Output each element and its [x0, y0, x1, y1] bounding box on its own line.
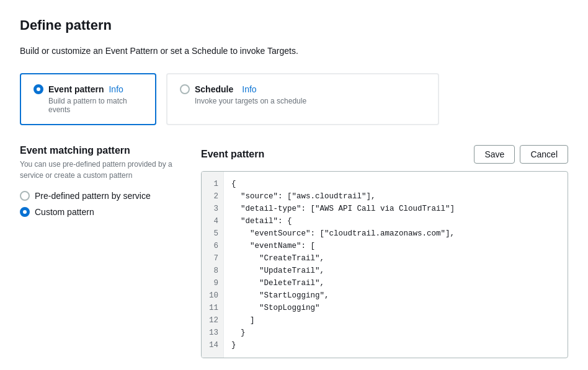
line-num-12: 12	[207, 314, 218, 327]
schedule-radio[interactable]	[180, 84, 190, 94]
event-pattern-option[interactable]: Event pattern Info Build a pattern to ma…	[20, 73, 156, 125]
line-num-5: 5	[207, 227, 218, 240]
line-num-14: 14	[207, 339, 218, 351]
line-num-11: 11	[207, 302, 218, 314]
event-pattern-header: Event pattern Save Cancel	[201, 145, 568, 164]
event-pattern-section-title: Event pattern	[201, 149, 264, 160]
matching-section-title: Event matching pattern	[20, 145, 181, 156]
main-content: Event matching pattern You can use pre-d…	[20, 145, 568, 358]
line-num-3: 3	[207, 203, 218, 215]
schedule-option[interactable]: Schedule Info Invoke your targets on a s…	[166, 73, 439, 125]
line-num-6: 6	[207, 240, 218, 252]
page-description: Build or customize an Event Pattern or s…	[20, 46, 568, 56]
custom-pattern-label: Custom pattern	[35, 207, 94, 217]
schedule-info-link[interactable]: Info	[242, 84, 256, 94]
schedule-label: Schedule	[195, 84, 233, 94]
event-pattern-info-link[interactable]: Info	[109, 84, 123, 94]
line-num-4: 4	[207, 215, 218, 227]
line-num-10: 10	[207, 289, 218, 302]
custom-pattern-option[interactable]: Custom pattern	[20, 207, 181, 217]
event-pattern-label: Event pattern	[48, 84, 104, 94]
code-editor[interactable]: 1 2 3 4 5 6 7 8 9 10 11 12 13 14	[201, 171, 568, 358]
pattern-type-options: Event pattern Info Build a pattern to ma…	[20, 73, 568, 125]
line-num-13: 13	[207, 327, 218, 339]
predefined-pattern-option[interactable]: Pre-defined pattern by service	[20, 191, 181, 201]
predefined-pattern-label: Pre-defined pattern by service	[35, 191, 151, 201]
predefined-pattern-radio[interactable]	[20, 191, 30, 201]
event-pattern-subtitle: Build a pattern to match events	[33, 97, 143, 114]
line-num-9: 9	[207, 277, 218, 289]
line-num-7: 7	[207, 252, 218, 265]
code-content: 1 2 3 4 5 6 7 8 9 10 11 12 13 14	[202, 172, 568, 358]
line-numbers: 1 2 3 4 5 6 7 8 9 10 11 12 13 14	[202, 172, 224, 358]
custom-pattern-radio[interactable]	[20, 207, 30, 217]
left-panel: Event matching pattern You can use pre-d…	[20, 145, 181, 358]
event-pattern-radio[interactable]	[33, 84, 43, 94]
matching-section-description: You can use pre-defined pattern provided…	[20, 159, 181, 181]
line-num-8: 8	[207, 265, 218, 277]
line-num-1: 1	[207, 178, 218, 190]
page-title: Define pattern	[20, 17, 568, 33]
schedule-subtitle: Invoke your targets on a schedule	[180, 97, 425, 105]
line-num-2: 2	[207, 190, 218, 203]
save-button[interactable]: Save	[474, 145, 515, 164]
code-lines[interactable]: { "source": ["aws.cloudtrail"], "detail-…	[224, 172, 462, 358]
event-pattern-buttons: Save Cancel	[474, 145, 568, 164]
cancel-button[interactable]: Cancel	[520, 145, 568, 164]
right-panel: Event pattern Save Cancel 1 2 3 4 5 6 7	[201, 145, 568, 358]
